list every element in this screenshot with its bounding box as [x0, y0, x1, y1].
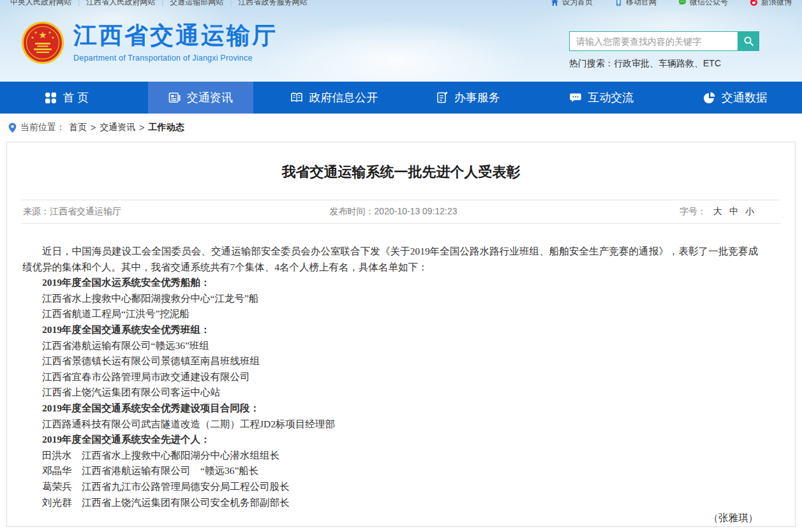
topbar-separator: | [230, 0, 232, 6]
site-title: 江西省交通运输厅 [73, 23, 278, 49]
topbar-quick-links: 设为首页 移动官网 微信公众号 新浪微博 [551, 0, 792, 8]
svg-text:★: ★ [34, 31, 37, 34]
nav-item-gov-info[interactable]: 政府信息公开 [267, 82, 401, 114]
article-section-heading: 2019年度全国交通系统安全优秀建设项目合同段： [22, 401, 758, 417]
quick-link-label: 微信公众号 [690, 0, 728, 8]
svg-text:★: ★ [51, 36, 54, 40]
weibo-icon [750, 0, 758, 6]
nav-label: 交通资讯 [187, 90, 233, 105]
mobile-icon [614, 0, 623, 6]
svg-text:★: ★ [38, 29, 47, 40]
nav-label: 交通数据 [722, 90, 768, 105]
search-button[interactable] [738, 31, 759, 51]
breadcrumb-current: 工作动态 [148, 122, 184, 133]
topbar-separator: | [161, 0, 163, 6]
quick-link-label: 设为首页 [562, 0, 593, 8]
topbar: 中央人民政府网站 | 江西省人民政府网站 | 交通运输部网站 | 江西省政务服务… [0, 0, 802, 8]
main-nav: 首 页 交通资讯 政府信息公开 [0, 82, 802, 114]
article-card: 我省交通运输系统一批先进个人受表彰 来源：江西省交通运输厅 发布时间：2020-… [6, 142, 796, 527]
topbar-link-jiangxi-gov[interactable]: 江西省人民政府网站 [86, 0, 155, 8]
hot-search-terms[interactable]: 行政审批、车辆路救、ETC [614, 58, 721, 68]
breadcrumb-separator: > [139, 122, 144, 133]
topbar-separator: | [78, 0, 80, 6]
nav-item-interaction[interactable]: 互动交流 [535, 82, 669, 114]
source-value: 江西省交通运输厅 [50, 206, 121, 216]
site-subtitle: Department of Transportation of Jiangxi … [73, 54, 278, 63]
article-paragraph: 江西省景德镇长运有限公司景德镇至南昌班线班组 [22, 353, 758, 369]
nav-item-data[interactable]: 交通数据 [669, 82, 802, 114]
article-paragraph: 江西省宜春市公路管理局市政交通建设有限公司 [22, 369, 758, 385]
article-paragraph: 田洪水 江西省水上搜救中心鄱阳湖分中心潜水组组长 [22, 448, 758, 464]
fontsize-small-button[interactable]: 小 [745, 206, 754, 218]
home-icon [551, 0, 559, 6]
nav-label: 首 页 [63, 90, 89, 105]
site-brand[interactable]: ★ ★ ★ ★ ★ 江西省交通运输厅 Department of Transpo… [22, 22, 278, 64]
article-paragraph: 江西省水上搜救中心鄱阳湖搜救分中心“江龙号”船 [22, 291, 758, 307]
breadcrumb-separator: > [91, 122, 96, 133]
breadcrumb-news[interactable]: 交通资讯 [100, 122, 135, 133]
book-icon [290, 91, 303, 104]
set-homepage-link[interactable]: 设为首页 [551, 0, 593, 8]
svg-text:★: ★ [31, 36, 34, 40]
breadcrumb-home[interactable]: 首页 [69, 122, 87, 133]
topbar-link-central-gov[interactable]: 中央人民政府网站 [10, 0, 71, 8]
article-paragraph: 江西路通科技有限公司武吉隧道改造（二期）工程JD2标项目经理部 [22, 417, 758, 432]
quick-link-label: 移动官网 [626, 0, 657, 8]
source-label: 来源： [23, 206, 50, 216]
chat-icon [569, 91, 582, 104]
publish-time: 发布时间：2020-10-13 09:12:23 [330, 206, 457, 218]
article-signature: （张雅琪） [22, 510, 758, 526]
article-section-heading: 2019年度全国交通系统安全先进个人： [22, 432, 758, 448]
nav-item-home[interactable]: 首 页 [0, 82, 134, 114]
article-meta: 来源：江西省交通运输厅 发布时间：2020-10-13 09:12:23 字号：… [21, 200, 781, 224]
article-paragraph: 江西省港航运输有限公司“赣远36”班组 [22, 338, 758, 354]
site-titles: 江西省交通运输厅 Department of Transportation of… [73, 23, 278, 63]
national-emblem-logo: ★ ★ ★ ★ ★ [22, 22, 64, 64]
breadcrumb: 当前位置： 首页 > 交通资讯 > 工作动态 [0, 114, 802, 142]
hot-search-row: 热门搜索：行政审批、车辆路救、ETC [569, 58, 759, 70]
location-pin-icon [8, 122, 17, 133]
mobile-site-link[interactable]: 移动官网 [614, 0, 657, 8]
topbar-link-gov-service[interactable]: 江西省政务服务网站 [238, 0, 307, 8]
wechat-icon [678, 0, 687, 6]
article-paragraph: 刘光群 江西省上饶汽运集团有限公司安全机务部副部长 [22, 495, 758, 511]
publish-time-value: 2020-10-13 09:12:23 [375, 206, 457, 216]
nav-label: 互动交流 [588, 90, 634, 105]
fontsize-controls: 字号： 大 中 小 [679, 206, 754, 218]
article-paragraph: 葛荣兵 江西省九江市公路管理局德安分局工程公司股长 [22, 479, 758, 495]
article-section-heading: 2019年度全国水运系统安全优秀船舶： [22, 275, 758, 291]
grid-icon [45, 92, 57, 104]
pie-chart-icon [703, 91, 716, 104]
article-section-heading: 2019年度全国交通系统安全优秀班组： [22, 322, 758, 338]
nav-item-services[interactable]: 办事服务 [401, 82, 535, 114]
site-header: 中央人民政府网站 | 江西省人民政府网站 | 交通运输部网站 | 江西省政务服务… [0, 0, 802, 82]
search-area: 热门搜索：行政审批、车辆路救、ETC [569, 31, 759, 70]
quick-link-label: 新浪微博 [761, 0, 792, 8]
fontsize-medium-button[interactable]: 中 [729, 206, 738, 218]
hot-search-label: 热门搜索： [569, 58, 614, 68]
news-icon [168, 91, 181, 104]
article-paragraph: 江西省航道工程局“江洪号”挖泥船 [22, 306, 758, 322]
wechat-account-link[interactable]: 微信公众号 [678, 0, 728, 8]
article-paragraph: 江西省上饶汽运集团有限公司客运中心站 [22, 385, 758, 401]
article-body: 近日，中国海员建设工会全国委员会、交通运输部安全委员会办公室联合下发《关于201… [7, 224, 795, 526]
article-title: 我省交通运输系统一批先进个人受表彰 [7, 142, 795, 200]
weibo-link[interactable]: 新浪微博 [750, 0, 792, 8]
nav-label: 政府信息公开 [309, 90, 378, 105]
svg-text:★: ★ [48, 31, 51, 34]
search-icon [743, 36, 754, 47]
breadcrumb-label: 当前位置： [20, 122, 65, 133]
article-paragraph: 近日，中国海员建设工会全国委员会、交通运输部安全委员会办公室联合下发《关于201… [22, 244, 758, 275]
topbar-link-ministry-transport[interactable]: 交通运输部网站 [170, 0, 223, 8]
clipboard-icon [436, 91, 449, 104]
article-source: 来源：江西省交通运输厅 [23, 206, 121, 218]
fontsize-label: 字号： [679, 206, 706, 218]
publish-time-label: 发布时间： [330, 206, 375, 216]
topbar-gov-links: 中央人民政府网站 | 江西省人民政府网站 | 交通运输部网站 | 江西省政务服务… [10, 0, 307, 8]
article-paragraph: 邓晶华 江西省港航运输有限公司 “赣远36”船长 [22, 463, 758, 479]
nav-item-news[interactable]: 交通资讯 [134, 82, 268, 114]
nav-label: 办事服务 [454, 90, 500, 105]
fontsize-large-button[interactable]: 大 [713, 206, 722, 218]
search-input[interactable] [569, 31, 738, 51]
